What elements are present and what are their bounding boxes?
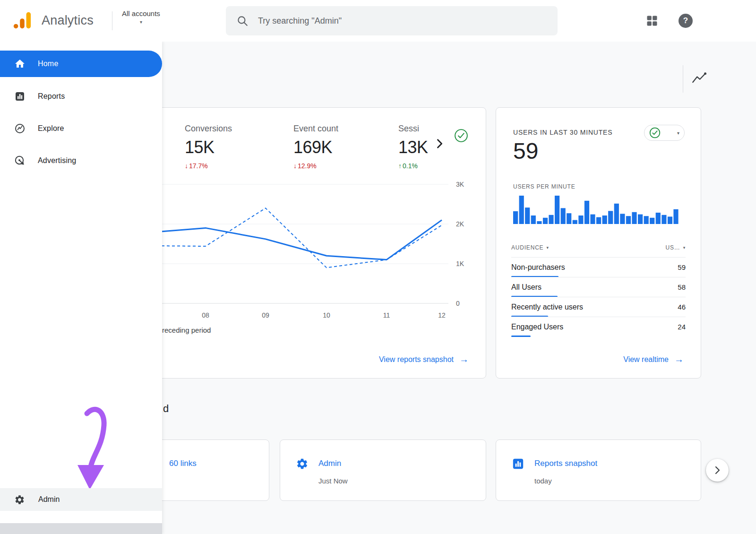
svg-text:08: 08	[202, 311, 209, 319]
audience-name: Engaged Users	[511, 323, 563, 331]
advertising-icon	[14, 155, 26, 166]
insights-icon[interactable]	[691, 71, 708, 86]
down-arrow-icon: ↓	[185, 162, 188, 170]
audience-value: 58	[678, 283, 686, 291]
sort-caret-icon: ▾	[683, 245, 686, 250]
sidebar-item-label: Reports	[38, 92, 65, 101]
view-reports-snapshot-link[interactable]: View reports snapshot →	[379, 354, 469, 365]
metric-value: 15K	[185, 138, 284, 157]
metric-conversions[interactable]: Conversions 15K ↓ 17.7%	[185, 124, 284, 170]
delta-value: 12.9%	[298, 162, 317, 170]
sidebar-item-home[interactable]: Home	[0, 51, 162, 77]
link-label: View reports snapshot	[379, 355, 454, 364]
reports-icon	[14, 91, 26, 102]
recent-card-title: 60 links	[169, 459, 197, 468]
app-name: Analytics	[42, 13, 94, 28]
audience-row[interactable]: Recently active users 46	[511, 297, 686, 317]
chevron-down-icon: ▾	[140, 19, 142, 25]
sidebar-item-explore[interactable]: Explore	[0, 117, 162, 140]
side-nav: Home Reports Explore	[0, 42, 162, 534]
audience-name: All Users	[511, 283, 541, 292]
home-icon	[14, 58, 26, 69]
recent-card-title: Admin	[318, 459, 341, 468]
audience-table: AUDIENCE ▾ US… ▾ Non-purchasers 59 All U…	[511, 238, 686, 336]
link-label: View realtime	[623, 355, 669, 364]
sidebar-item-admin[interactable]: Admin	[0, 488, 162, 511]
search-bar[interactable]	[226, 6, 558, 35]
gear-icon	[296, 457, 309, 470]
metric-value: 169K	[293, 138, 393, 157]
analytics-logo[interactable]: Analytics	[12, 10, 94, 30]
audience-row[interactable]: Non-purchasers 59	[511, 257, 686, 277]
svg-text:2K: 2K	[456, 220, 464, 228]
grid-icon[interactable]	[645, 14, 659, 27]
svg-text:11: 11	[383, 311, 390, 319]
sidebar-item-advertising[interactable]: Advertising	[0, 149, 162, 172]
divider	[683, 65, 683, 93]
audience-value: 59	[678, 263, 686, 271]
audience-column-header[interactable]: AUDIENCE ▾	[511, 244, 549, 251]
audience-name: Recently active users	[511, 303, 583, 311]
metric-delta: ↑ 0.1%	[398, 162, 450, 170]
right-arrow-icon: →	[674, 354, 684, 365]
sidebar-item-label: Home	[38, 60, 58, 68]
explore-icon	[14, 123, 26, 134]
users-per-minute-label: USERS PER MINUTE	[513, 183, 575, 190]
account-switcher[interactable]: All accounts ▾	[122, 9, 160, 25]
data-quality-check-icon[interactable]	[454, 129, 468, 145]
delta-value: 0.1%	[403, 162, 418, 170]
sidebar-item-label: Advertising	[38, 156, 76, 165]
recent-card-reports-snapshot[interactable]: Reports snapshot today	[496, 439, 701, 501]
carousel-next-button[interactable]	[706, 459, 729, 482]
metrics-next-chevron-icon[interactable]	[433, 137, 446, 152]
help-icon[interactable]: ?	[679, 14, 693, 28]
header-divider	[112, 11, 112, 30]
gear-icon	[14, 494, 25, 505]
section-heading: d	[163, 403, 169, 415]
realtime-title: USERS IN LAST 30 MINUTES	[513, 129, 612, 136]
svg-text:12: 12	[438, 311, 446, 319]
chevron-down-icon: ▾	[677, 130, 679, 136]
sidebar-item-label: Explore	[38, 124, 64, 133]
realtime-quality-dropdown[interactable]: ▾	[644, 125, 685, 141]
audience-value: 24	[678, 323, 686, 331]
search-input[interactable]	[258, 16, 547, 26]
realtime-card: USERS IN LAST 30 MINUTES ▾ 59 USERS PER …	[496, 107, 701, 379]
recent-card-subtitle: today	[534, 477, 552, 485]
svg-text:09: 09	[262, 311, 269, 319]
question-mark: ?	[683, 16, 688, 26]
delta-value: 17.7%	[189, 162, 208, 170]
users-column-header[interactable]: US… ▾	[666, 244, 686, 251]
audience-name: Non-purchasers	[511, 263, 565, 272]
column-label: US…	[666, 244, 680, 251]
account-switcher-label: All accounts	[122, 9, 160, 17]
audience-value: 46	[678, 303, 686, 311]
svg-text:10: 10	[323, 311, 330, 319]
chart-footnote: receding period	[162, 326, 211, 334]
audience-row[interactable]: All Users 58	[511, 277, 686, 297]
column-label: AUDIENCE	[511, 244, 543, 251]
metric-label: Conversions	[185, 124, 284, 134]
recent-card-admin[interactable]: Admin Just Now	[280, 439, 486, 501]
view-realtime-link[interactable]: View realtime →	[623, 354, 684, 365]
metric-delta: ↓ 17.7%	[185, 162, 284, 170]
right-arrow-icon: →	[459, 354, 469, 365]
search-icon	[236, 15, 249, 27]
users-count: 59	[513, 138, 538, 164]
reports-icon	[512, 457, 524, 470]
users-per-minute-chart	[513, 196, 679, 224]
top-app-bar: Analytics All accounts ▾ ?	[0, 0, 756, 42]
metric-event-count[interactable]: Event count 169K ↓ 12.9%	[293, 124, 393, 170]
metric-label: Sessi	[398, 124, 450, 134]
recent-card-subtitle: Just Now	[318, 477, 348, 485]
audience-row-bar	[511, 336, 531, 337]
sidebar-item-label: Admin	[38, 495, 60, 504]
audience-row[interactable]: Engaged Users 24	[511, 317, 686, 336]
svg-text:0: 0	[456, 300, 460, 307]
home-overview-card: Conversions 15K ↓ 17.7% Event count 169K…	[156, 107, 486, 379]
metric-label: Event count	[293, 124, 393, 134]
sidebar-item-reports[interactable]: Reports	[0, 85, 162, 108]
analytics-logo-icon	[12, 10, 32, 30]
svg-text:1K: 1K	[456, 260, 464, 267]
check-circle-icon	[649, 127, 661, 138]
